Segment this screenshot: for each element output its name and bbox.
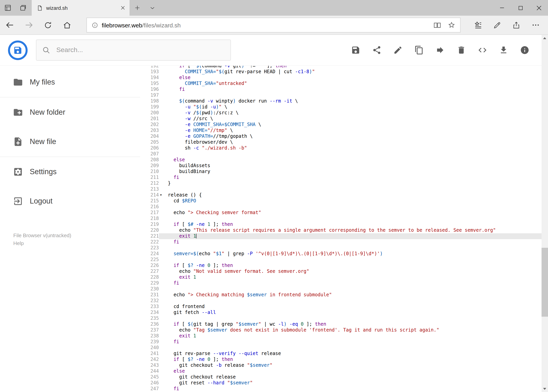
code-line-text[interactable]: exit 1 <box>159 333 541 339</box>
code-line[interactable]: 196 fi <box>140 86 541 92</box>
code-line-text[interactable]: $(command -v winpty) docker run --rm -it… <box>159 98 541 104</box>
help-link[interactable]: Help <box>13 239 140 247</box>
code-line-text[interactable]: if [ $? -ne 0 ]; then <box>159 357 541 363</box>
code-line-text[interactable]: sh -c "./wizard.sh -b" <box>159 145 541 151</box>
code-line[interactable]: 222 fi <box>140 239 541 245</box>
code-line[interactable]: 194 else <box>140 75 541 81</box>
web-note-button[interactable] <box>487 16 507 35</box>
code-line-text[interactable]: -w //src \ <box>159 116 541 122</box>
code-line-text[interactable]: exit 1 <box>159 274 541 280</box>
code-line[interactable]: 226 if [ $? -ne 0 ]; then <box>140 263 541 268</box>
code-line-text[interactable] <box>159 204 541 210</box>
info-button[interactable] <box>520 45 529 55</box>
code-line-text[interactable] <box>159 151 541 157</box>
code-line[interactable]: 200 -v /$(pwd):/src:z \ <box>140 110 541 116</box>
minimize-button[interactable] <box>493 0 511 16</box>
code-line-text[interactable] <box>159 186 541 192</box>
code-line-text[interactable]: if [ $? -ne 0 ]; then <box>159 263 541 268</box>
code-line[interactable]: 241 git rev-parse --verify --quiet relea… <box>140 351 541 357</box>
code-line-text[interactable]: else <box>159 75 541 81</box>
page-scrollbar[interactable] <box>541 35 548 392</box>
code-line-text[interactable]: git checkout release <box>159 374 541 380</box>
code-line-text[interactable]: -e GOPATH=//tmp/gopath \ <box>159 133 541 139</box>
code-line[interactable]: 235 <box>140 315 541 321</box>
code-line[interactable]: 234 git fetch --all <box>140 310 541 315</box>
code-line-text[interactable]: filebrowser/dev \ <box>159 139 541 145</box>
scrollbar-thumb[interactable] <box>541 248 548 317</box>
code-line[interactable]: 209 buildAssets <box>140 163 541 169</box>
code-line-text[interactable]: } <box>159 181 541 186</box>
tab-preview-chevron-button[interactable] <box>145 0 160 16</box>
code-line[interactable]: 228 exit 1 <box>140 274 541 280</box>
code-line-text[interactable] <box>159 298 541 304</box>
code-line[interactable]: 246 git reset --hard "$semver" <box>140 380 541 386</box>
code-line[interactable]: 227 echo "Not valid semver format. See s… <box>140 268 541 274</box>
code-line[interactable]: 237 echo "Tag $semver does not exist in … <box>140 327 541 333</box>
share-file-button[interactable] <box>372 45 381 55</box>
code-line-text[interactable]: cd frontend <box>159 304 541 310</box>
code-line-text[interactable]: if [ $(git tag | grep "$semver" | wc -l)… <box>159 321 541 327</box>
sidebar-item-new-folder[interactable]: New folder <box>0 97 140 127</box>
code-line[interactable]: 217 echo "> Checking semver format" <box>140 210 541 216</box>
browser-tab[interactable]: wizard.sh <box>32 0 130 16</box>
code-line-text[interactable]: git rev-parse --verify --quiet release <box>159 351 541 357</box>
code-line-text[interactable]: git checkout -b release "$semver" <box>159 363 541 368</box>
code-line-text[interactable]: if [ "$(command -v git)" != "" ]; then <box>159 66 541 69</box>
code-line-text[interactable]: echo "> Checking semver format" <box>159 210 541 216</box>
url-text[interactable]: filebrowser.web/files/wizard.sh <box>102 22 181 28</box>
raw-code-button[interactable] <box>478 45 487 55</box>
tab-close-icon[interactable] <box>120 5 126 11</box>
code-line[interactable]: 203 -e HOME="//tmp" \ <box>140 128 541 133</box>
code-line[interactable]: 219 if [ $# -ne 1 ]; then <box>140 222 541 227</box>
code-line[interactable]: 247 fi <box>140 386 541 392</box>
code-line-text[interactable] <box>159 345 541 351</box>
code-line[interactable]: 215 cd $REPO <box>140 198 541 204</box>
code-line[interactable]: 198 $(command -v winpty) docker run --rm… <box>140 98 541 104</box>
sidebar-item-settings[interactable]: Settings <box>0 157 140 186</box>
delete-button[interactable] <box>457 45 466 55</box>
code-line[interactable]: 221 exit 1 <box>140 233 541 239</box>
code-line[interactable]: 223 <box>140 245 541 251</box>
code-line-text[interactable] <box>159 216 541 222</box>
code-line[interactable]: 214▾release () { <box>140 192 541 198</box>
close-button[interactable] <box>530 0 548 16</box>
code-line[interactable]: 231 echo "> Checking matching $semver in… <box>140 292 541 298</box>
code-line[interactable]: 205 filebrowser/dev \ <box>140 139 541 145</box>
code-line-text[interactable]: buildBinary <box>159 169 541 175</box>
add-favorite-button[interactable] <box>448 21 456 29</box>
sidebar-item-logout[interactable]: Logout <box>0 186 140 216</box>
code-line[interactable]: 242 if [ $? -ne 0 ]; then <box>140 357 541 363</box>
code-line-text[interactable]: fi <box>159 339 541 345</box>
code-line-text[interactable]: fi <box>159 386 541 392</box>
code-line-text[interactable] <box>159 286 541 292</box>
hub-favorites-button[interactable] <box>468 16 487 35</box>
code-line-text[interactable]: if [ $# -ne 1 ]; then <box>159 222 541 227</box>
code-line-text[interactable]: else <box>159 157 541 163</box>
code-line-text[interactable] <box>159 245 541 251</box>
code-line-text[interactable]: -u "$(id -u)" \ <box>159 104 541 110</box>
code-line[interactable]: 230 <box>140 286 541 292</box>
code-line-text[interactable]: echo "> Checking matching $semver in fro… <box>159 292 541 298</box>
filebrowser-logo[interactable] <box>8 40 28 60</box>
code-line[interactable]: 233 cd frontend <box>140 304 541 310</box>
code-line[interactable]: 212} <box>140 181 541 186</box>
code-line-text[interactable]: fi <box>159 86 541 92</box>
download-button[interactable] <box>499 45 508 55</box>
address-bar[interactable]: filebrowser.web/files/wizard.sh <box>86 18 461 33</box>
code-line-text[interactable]: semver=$(echo "$1" | grep -P '^v(0|[1-9]… <box>159 251 541 257</box>
code-line-text[interactable] <box>159 315 541 321</box>
code-line[interactable]: 220 echo "This release script requires a… <box>140 227 541 233</box>
code-line-text[interactable]: COMMIT_SHA="untracked" <box>159 81 541 86</box>
maximize-button[interactable] <box>511 0 530 16</box>
code-line[interactable]: 208 else <box>140 157 541 163</box>
rename-button[interactable] <box>393 45 402 55</box>
code-line[interactable]: 225 <box>140 257 541 263</box>
back-button[interactable] <box>0 16 19 35</box>
code-line[interactable]: 207 <box>140 151 541 157</box>
code-line-text[interactable]: echo "This release script requires a sin… <box>159 227 541 233</box>
code-line[interactable]: 239 fi <box>140 339 541 345</box>
share-button[interactable] <box>507 16 526 35</box>
code-line[interactable]: 206 sh -c "./wizard.sh -b" <box>140 145 541 151</box>
code-line[interactable]: 229 fi <box>140 280 541 286</box>
code-line[interactable]: 211 fi <box>140 175 541 181</box>
